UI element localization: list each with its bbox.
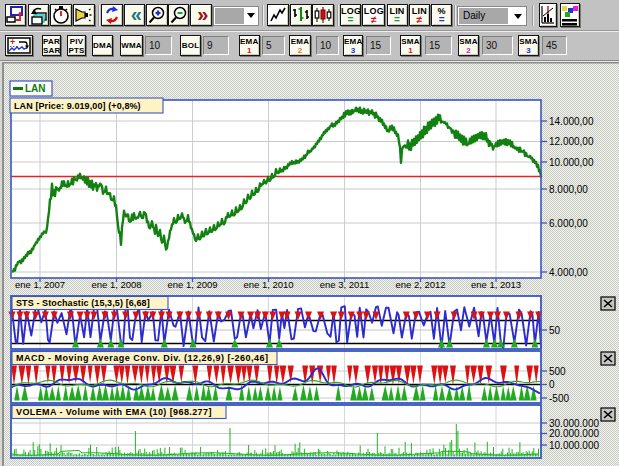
svg-text:-500: -500 xyxy=(549,393,569,404)
svg-text:20.000.000: 20.000.000 xyxy=(549,428,599,439)
svg-text:12.000,00: 12.000,00 xyxy=(549,136,594,147)
svg-text:VOLEMA - Volume with EMA (10): VOLEMA - Volume with EMA (10) [968.277] xyxy=(16,407,212,417)
svg-text:8.000,00: 8.000,00 xyxy=(549,184,588,195)
svg-text:ene 1, 2013: ene 1, 2013 xyxy=(471,279,521,290)
svg-text:10.000,00: 10.000,00 xyxy=(549,157,594,168)
svg-text:4.000,00: 4.000,00 xyxy=(549,267,588,278)
svg-text:ene 1, 2010: ene 1, 2010 xyxy=(243,279,293,290)
svg-text:ene 1, 2008: ene 1, 2008 xyxy=(91,279,141,290)
svg-text:500: 500 xyxy=(549,366,566,377)
svg-text:STS - Stochastic (15,3,5) [6,6: STS - Stochastic (15,3,5) [6,68] xyxy=(16,298,150,308)
svg-text:LAN [Price: 9.019,00] (+0,8%): LAN [Price: 9.019,00] (+0,8%) xyxy=(14,101,141,111)
svg-text:30.000.000: 30.000.000 xyxy=(549,418,599,429)
svg-text:ene 2, 2012: ene 2, 2012 xyxy=(395,279,445,290)
svg-text:ene 3, 2011: ene 3, 2011 xyxy=(320,279,369,290)
svg-text:0: 0 xyxy=(549,379,555,390)
svg-text:50: 50 xyxy=(549,325,561,336)
svg-text:ene 1, 2009: ene 1, 2009 xyxy=(167,279,217,290)
svg-text:ene 1, 2007: ene 1, 2007 xyxy=(15,279,65,290)
svg-text:6.000,00: 6.000,00 xyxy=(549,218,588,229)
svg-text:14.000,00: 14.000,00 xyxy=(549,116,594,127)
svg-text:MACD - Moving Average Conv. Di: MACD - Moving Average Conv. Div. (12,26,… xyxy=(16,353,269,363)
svg-text:LAN: LAN xyxy=(25,83,46,94)
svg-text:10.000.000: 10.000.000 xyxy=(549,440,599,451)
